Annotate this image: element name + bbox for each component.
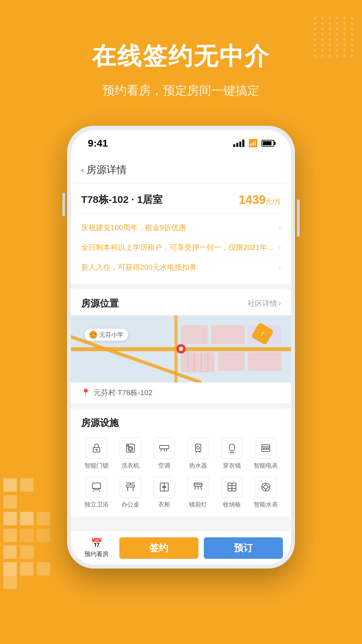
status-icons: 📶	[233, 139, 274, 148]
facility-ac: 空调	[149, 437, 179, 470]
facility-icon-water-meter	[255, 476, 277, 498]
svg-rect-3	[20, 512, 34, 525]
promo-text-3: 新人入住，可获得200元水电抵扣券	[81, 262, 197, 272]
svg-rect-6	[20, 529, 34, 542]
map-school-label: 🏫 元芬小学	[84, 329, 128, 341]
facility-icon-ac	[154, 437, 175, 459]
svg-rect-11	[3, 562, 17, 576]
svg-rect-37	[160, 445, 169, 449]
promo-arrow-1: ›	[279, 223, 281, 232]
room-info-card: T78栋-102 · 1居室 1439元/月 庆祝建党100周年，租金9折优惠 …	[71, 183, 291, 284]
room-title-row: T78栋-102 · 1居室 1439元/月	[81, 193, 281, 207]
svg-rect-22	[181, 325, 208, 344]
phone-notch	[147, 130, 215, 143]
location-header: 房源位置 社区详情 ›	[71, 289, 291, 315]
svg-line-38	[161, 449, 162, 451]
signal-icon	[233, 140, 244, 147]
community-link[interactable]: 社区详情 ›	[248, 299, 281, 309]
svg-rect-51	[266, 448, 268, 449]
battery-icon	[261, 140, 274, 147]
facility-label-smart-meter: 智能电表	[254, 462, 278, 470]
svg-rect-19	[181, 352, 215, 372]
svg-rect-45	[229, 444, 235, 451]
svg-rect-52	[93, 483, 101, 488]
promo-item[interactable]: 庆祝建党100周年，租金9折优惠 ›	[81, 218, 281, 238]
svg-rect-31	[93, 447, 100, 452]
reserve-button[interactable]: 预订	[204, 537, 283, 559]
header-section: 在线签约无中介 预约看房，预定房间一键搞定	[0, 0, 362, 119]
svg-rect-14	[3, 576, 17, 589]
location-text: 元芬村·T78栋-102	[94, 388, 153, 398]
bottom-nav-appointment[interactable]: 📅 预约看房	[79, 538, 114, 558]
promo-text-1: 庆祝建党100周年，租金9折优惠	[81, 223, 186, 233]
facility-icon-desk	[120, 476, 141, 498]
wifi-icon: 📶	[248, 139, 257, 148]
appointment-icon: 📅	[91, 538, 103, 549]
facility-label-desk: 办公桌	[121, 500, 139, 508]
facilities-card: 房源设施 智能门锁	[71, 409, 291, 517]
bottom-bar: 📅 预约看房 签约 预订	[71, 531, 291, 565]
facilities-title: 房源设施	[81, 417, 281, 429]
svg-line-53	[93, 490, 94, 492]
svg-rect-20	[218, 352, 245, 371]
map-container[interactable]: 🏫 元芬小学 ↑	[71, 315, 291, 382]
svg-point-63	[165, 486, 166, 488]
sub-title: 预约看房，预定房间一键搞定	[0, 83, 362, 99]
svg-rect-12	[20, 562, 34, 576]
phone-inner: 9:41 📶 ‹ 房源详情	[71, 130, 291, 565]
main-title: 在线签约无中介	[0, 40, 362, 72]
facilities-grid: 智能门锁 洗衣机	[81, 437, 281, 508]
facility-icon-smart-lock	[86, 437, 107, 459]
svg-rect-7	[37, 512, 50, 525]
back-button[interactable]: ‹ 房源详情	[81, 163, 127, 177]
svg-rect-21	[248, 352, 282, 371]
facility-label-bathroom: 独立卫浴	[84, 500, 109, 508]
location-section-title: 房源位置	[81, 297, 119, 310]
svg-rect-41	[195, 444, 201, 451]
svg-line-65	[195, 486, 195, 490]
promo-item[interactable]: 新人入住，可获得200元水电抵扣券 ›	[81, 258, 281, 277]
facility-bathroom: 独立卫浴	[81, 476, 112, 508]
svg-rect-5	[3, 529, 17, 542]
facility-label-ac: 空调	[158, 462, 170, 470]
facility-label-smart-lock: 智能门锁	[84, 462, 109, 470]
promo-arrow-2: ›	[279, 243, 281, 252]
svg-point-74	[264, 485, 268, 489]
svg-rect-2	[20, 478, 34, 492]
svg-rect-1	[3, 495, 17, 508]
facility-icon-storage	[221, 476, 243, 498]
svg-line-67	[201, 486, 201, 490]
facility-icon-wardrobe	[154, 476, 175, 498]
phone-mockup: 9:41 📶 ‹ 房源详情	[67, 126, 295, 569]
svg-point-30	[179, 347, 183, 351]
facility-smart-meter: 智能电表	[250, 437, 281, 470]
room-price: 1439元/月	[239, 193, 281, 207]
facility-icon-vanity-light	[187, 476, 209, 498]
facility-washer: 洗衣机	[115, 437, 145, 470]
facility-label-mirror: 穿衣镜	[223, 462, 241, 470]
facility-label-vanity-light: 镜前灯	[189, 500, 207, 508]
facility-icon-water-heater	[187, 437, 209, 459]
svg-rect-55	[126, 485, 134, 487]
svg-line-54	[99, 490, 100, 492]
location-card: 房源位置 社区详情 ›	[71, 289, 291, 403]
svg-point-62	[163, 486, 164, 488]
svg-point-35	[129, 447, 132, 450]
svg-rect-9	[20, 545, 34, 559]
promo-arrow-3: ›	[279, 263, 281, 272]
promo-list: 庆祝建党100周年，租金9折优惠 › 全日制本科以上学历租户，可享受押一付一，仅…	[81, 214, 281, 277]
promo-item[interactable]: 全日制本科以上学历租户，可享受押一付一，仅限2021年... ›	[81, 238, 281, 258]
svg-rect-50	[263, 448, 265, 449]
svg-rect-23	[211, 325, 245, 344]
facility-smart-lock: 智能门锁	[81, 437, 112, 470]
phone-content: T78栋-102 · 1居室 1439元/月 庆祝建党100周年，租金9折优惠 …	[71, 183, 291, 531]
facility-desk: 办公桌	[115, 476, 145, 508]
facility-icon-smart-meter	[255, 437, 277, 459]
appointment-label: 预约看房	[84, 550, 109, 558]
svg-rect-8	[3, 545, 17, 559]
promo-text-2: 全日制本科以上学历租户，可享受押一付一，仅限2021年...	[81, 243, 273, 253]
facility-label-water-heater: 热水器	[189, 462, 207, 470]
status-time: 9:41	[88, 138, 108, 149]
facility-icon-bathroom	[86, 476, 107, 498]
sign-button[interactable]: 签约	[119, 537, 198, 559]
